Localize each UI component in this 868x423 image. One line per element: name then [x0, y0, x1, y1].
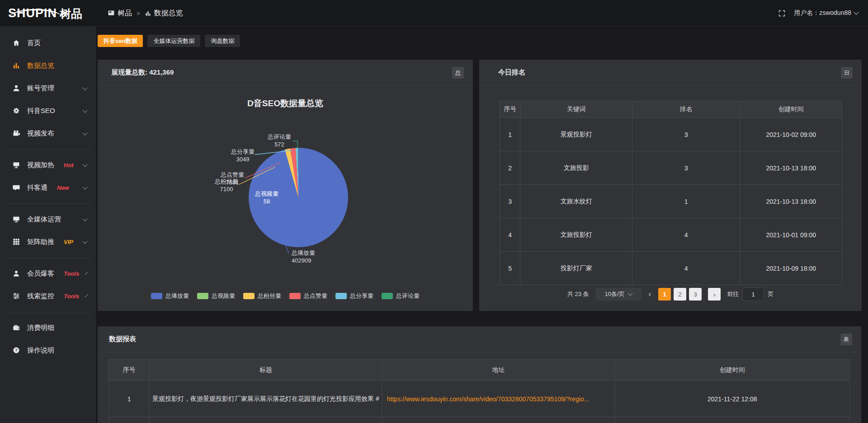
page-size-select[interactable]: 10条/页 [595, 288, 642, 301]
sidebar-item-label: 会员爆客 [27, 269, 54, 278]
header-divider [96, 26, 868, 26]
legend-label: 总评论量 [396, 292, 420, 300]
sidebar-item-operation-guide[interactable]: ?操作说明 [0, 339, 96, 362]
sidebar-item-label: 抖客通 [27, 183, 47, 192]
sidebar-item-clue-monitor[interactable]: 线索监控Tools [0, 285, 96, 307]
chevron-down-icon [82, 239, 87, 244]
legend-swatch [289, 293, 301, 299]
report-panel-head: 数据报表 表 [98, 326, 861, 352]
pie-label-video: 总视频量58 [247, 190, 287, 205]
ranking-table-header: 序号关键词排名创建时间 [500, 101, 842, 118]
ranking-cell: 4 [632, 252, 740, 285]
ranking-title: 今日排名 [498, 68, 525, 77]
sidebar-item-badge: Tools [64, 293, 79, 300]
prev-page-button[interactable]: ‹ [648, 290, 652, 299]
sidebar-item-home[interactable]: 首页 [0, 32, 96, 54]
tab-1[interactable]: 全媒体运营数据 [147, 35, 200, 47]
app-icon [108, 9, 115, 17]
sidebar-item-matrix-boost[interactable]: 矩阵助推VIP [0, 230, 96, 253]
chart-total-button[interactable]: 总 [452, 67, 464, 79]
sidebar-divider [5, 312, 90, 312]
legend-item[interactable]: 总播放量 [151, 292, 189, 300]
report-col-header: 标题 [150, 360, 382, 381]
ranking-row: 4文旅投影灯42021-10-01 09:00 [500, 218, 842, 252]
legend-item[interactable]: 总粉丝量 [243, 292, 281, 300]
pie-label-name: 总点赞量 [212, 171, 252, 179]
sidebar-menu: 首页数据总览账号管理抖音SEO视频发布视频加热Hot抖客通New全媒体运营矩阵助… [0, 26, 96, 423]
pie-label-value: 7100 [207, 185, 246, 193]
legend-item[interactable]: 总分享量 [335, 292, 373, 300]
goto-suffix: 页 [768, 290, 774, 298]
ranking-table-body: 1景观投影灯32021-10-02 09:002文旅投影32021-10-13 … [500, 118, 842, 285]
ranking-row: 3文旅水纹灯12021-10-13 18:00 [500, 185, 842, 218]
breadcrumb: 树品 > 数据总览 [108, 9, 183, 18]
chevron-down-icon [627, 291, 632, 296]
ranking-cell: 2 [500, 151, 520, 185]
page-button-3[interactable]: 3 [689, 288, 702, 301]
screen-icon [12, 161, 20, 169]
goto-page: 前往 页 [727, 287, 774, 301]
sidebar-item-label: 首页 [27, 39, 41, 47]
sidebar-item-douketong[interactable]: 抖客通New [0, 176, 96, 199]
legend-label: 总点赞量 [304, 292, 327, 300]
report-row-empty [109, 417, 850, 423]
report-table: 序号标题地址创建时间 1景观投影灯，夜游景观投影灯厂家展示展示落花灯在花园里的灯… [108, 359, 850, 423]
legend-item[interactable]: 总视频量 [197, 292, 235, 300]
sidebar-divider [5, 149, 90, 150]
tab-bar: 抖音seo数据全媒体运营数据询盘数据 [98, 35, 240, 47]
question-icon: ? [12, 346, 20, 354]
gear-icon [12, 107, 20, 115]
sidebar-item-video-heat[interactable]: 视频加热Hot [0, 154, 96, 176]
sidebar-item-member-baoke[interactable]: 会员爆客Tools [0, 262, 96, 285]
page-button-2[interactable]: 2 [674, 288, 686, 301]
sidebar-item-label: 数据总览 [27, 61, 54, 70]
tab-2[interactable]: 询盘数据 [205, 35, 240, 47]
bar-chart-icon [12, 61, 20, 70]
ranking-cell: 文旅投影灯 [520, 218, 632, 252]
ranking-col-header: 关键词 [520, 101, 632, 118]
page-buttons: 123 [658, 288, 702, 301]
tab-0[interactable]: 抖音seo数据 [98, 35, 143, 47]
fullscreen-icon[interactable] [778, 9, 786, 17]
pie-label-value: 7681 [212, 179, 252, 186]
app-logo: SHUPIN 树品 [0, 7, 96, 19]
ranking-cell: 文旅投影 [520, 151, 632, 185]
app-root: SHUPIN 树品 树品 > 数据总览 用户名：zswodun88 首页数据 [0, 0, 868, 423]
report-col-header: 创建时间 [615, 360, 850, 381]
ranking-table: 序号关键词排名创建时间 1景观投影灯32021-10-02 09:002文旅投影… [500, 101, 842, 285]
sidebar-item-data-overview[interactable]: 数据总览 [0, 54, 96, 77]
grid-icon [12, 238, 20, 246]
next-page-button[interactable]: › [708, 288, 721, 301]
sidebar-item-label: 消费明细 [27, 324, 54, 332]
goto-page-input[interactable] [742, 287, 764, 301]
report-table-body: 1景观投影灯，夜游景观投影灯厂家展示展示落花灯在花园里的灯光投影应用效果 #ht… [109, 381, 850, 423]
report-table-button[interactable]: 表 [840, 334, 852, 345]
sidebar-item-video-publish[interactable]: 视频发布 [0, 122, 96, 145]
sidebar-item-account-manage[interactable]: 账号管理 [0, 77, 96, 99]
sidebar-item-badge: VIP [64, 239, 73, 245]
report-link[interactable]: https://www.iesdouyin.com/share/video/70… [382, 381, 615, 417]
legend-item[interactable]: 总点赞量 [289, 292, 327, 300]
sidebar-item-consumption-detail[interactable]: 消费明细 [0, 316, 96, 339]
ranking-day-button[interactable]: 日 [841, 67, 853, 79]
chevron-down-icon [85, 271, 88, 274]
breadcrumb-separator: > [137, 10, 140, 17]
legend-item[interactable]: 总评论量 [382, 292, 420, 300]
ranking-cell: 1 [500, 118, 520, 151]
report-cell-time: 2021-11-22 12:08 [615, 381, 850, 417]
sidebar-item-douyin-seo[interactable]: 抖音SEO [0, 99, 96, 122]
breadcrumb-item-current[interactable]: 数据总览 [145, 9, 183, 18]
svg-text:?: ? [15, 348, 18, 352]
user-menu[interactable]: 用户名：zswodun88 [794, 9, 858, 17]
sidebar-item-label: 线索监控 [27, 292, 54, 301]
chevron-down-icon [82, 162, 87, 167]
report-title: 数据报表 [109, 335, 136, 343]
ranking-cell: 景观投影灯 [520, 118, 632, 151]
pie-chart-title: D音SEO数据量总览 [98, 98, 473, 109]
report-row: 1景观投影灯，夜游景观投影灯厂家展示展示落花灯在花园里的灯光投影应用效果 #ht… [109, 381, 850, 417]
ranking-cell: 4 [632, 218, 740, 252]
breadcrumb-item-app[interactable]: 树品 [108, 9, 132, 18]
sidebar-item-media-operation[interactable]: 全媒体运营 [0, 208, 96, 230]
page-size-value: 10条/页 [604, 290, 624, 298]
page-button-1[interactable]: 1 [658, 288, 671, 301]
